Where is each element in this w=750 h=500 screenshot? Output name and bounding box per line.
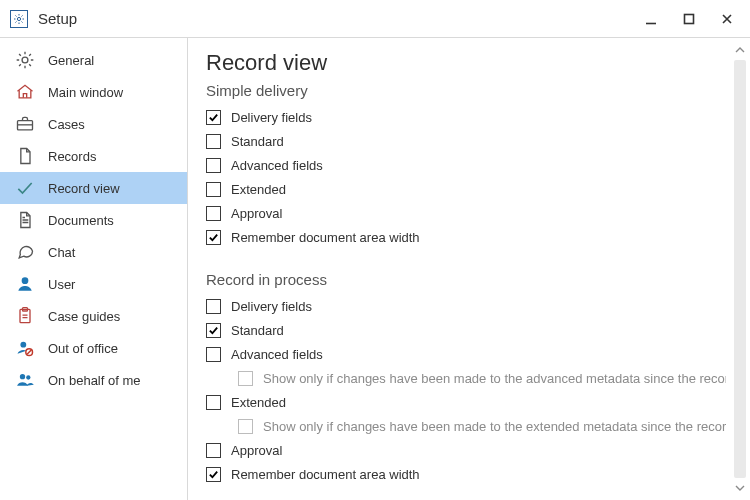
window-title: Setup [38,10,77,27]
close-button[interactable] [708,3,746,35]
checkbox[interactable] [206,467,221,482]
sidebar-item-chat[interactable]: Chat [0,236,187,268]
checkbox[interactable] [206,182,221,197]
option-label: Delivery fields [231,299,312,314]
sidebar-item-label: Chat [48,245,177,260]
sidebar-item-label: Documents [48,213,177,228]
checkbox[interactable] [206,347,221,362]
checkbox[interactable] [206,206,221,221]
svg-point-10 [26,375,30,379]
check-document-icon [14,177,36,199]
svg-point-7 [20,342,26,348]
vertical-scrollbar[interactable] [732,42,748,496]
option-label: Extended [231,182,286,197]
checkbox[interactable] [206,395,221,410]
sidebar-item-record-view[interactable]: Record view [0,172,187,204]
checkbox[interactable] [206,443,221,458]
sidebar-item-label: General [48,53,177,68]
gear-icon [14,49,36,71]
option-label: Approval [231,443,282,458]
checkbox[interactable] [206,158,221,173]
option-standard[interactable]: Standard [206,318,726,342]
option-extended[interactable]: Extended [206,177,726,201]
option-label: Delivery fields [231,110,312,125]
option-advanced-fields[interactable]: Advanced fields [206,153,726,177]
checkbox[interactable] [206,230,221,245]
sidebar-item-out-of-office[interactable]: Out of office [0,332,187,364]
sidebar-item-general[interactable]: General [0,44,187,76]
sidebar-item-label: Records [48,149,177,164]
window-controls [632,3,746,35]
setup-sidebar: General Main window Cases Records Record [0,38,188,500]
home-icon [14,81,36,103]
clipboard-icon [14,305,36,327]
option-label: Approval [231,206,282,221]
checkbox[interactable] [206,110,221,125]
sidebar-item-user[interactable]: User [0,268,187,300]
option-label: Remember document area width [231,467,420,482]
option-label: Extended [231,395,286,410]
checkbox[interactable] [206,299,221,314]
minimize-button[interactable] [632,3,670,35]
sidebar-item-label: On behalf of me [48,373,177,388]
svg-point-9 [20,374,25,379]
svg-point-0 [17,17,20,20]
checkbox[interactable] [206,323,221,338]
maximize-button[interactable] [670,3,708,35]
option-approval[interactable]: Approval [206,438,726,462]
sidebar-item-records[interactable]: Records [0,140,187,172]
option-label: Advanced fields [231,347,323,362]
sidebar-item-label: User [48,277,177,292]
user-block-icon [14,337,36,359]
scroll-up-arrow-icon[interactable] [732,42,748,58]
option-label: Remember document area width [231,230,420,245]
app-gear-icon [10,10,28,28]
sidebar-item-on-behalf-of-me[interactable]: On behalf of me [0,364,187,396]
briefcase-icon [14,113,36,135]
sidebar-item-cases[interactable]: Cases [0,108,187,140]
document-text-icon [14,209,36,231]
option-remember-width[interactable]: Remember document area width [206,225,726,249]
option-label: Standard [231,134,284,149]
subsection-simple-delivery: Simple delivery [206,82,726,99]
checkbox-disabled [238,419,253,434]
titlebar: Setup [0,0,750,38]
option-advanced-fields-sub: Show only if changes have been made to t… [238,366,726,390]
users-icon [14,369,36,391]
option-extended-sub: Show only if changes have been made to t… [238,414,726,438]
option-delivery-fields[interactable]: Delivery fields [206,105,726,129]
option-label: Advanced fields [231,158,323,173]
sidebar-item-label: Record view [48,181,177,196]
sidebar-item-case-guides[interactable]: Case guides [0,300,187,332]
option-label: Show only if changes have been made to t… [263,371,726,386]
svg-point-4 [22,277,29,284]
checkbox[interactable] [206,134,221,149]
scroll-down-arrow-icon[interactable] [732,480,748,496]
option-extended[interactable]: Extended [206,390,726,414]
sidebar-item-label: Main window [48,85,177,100]
scrollbar-track[interactable] [734,60,746,478]
svg-point-2 [22,57,28,63]
sidebar-item-label: Cases [48,117,177,132]
option-approval[interactable]: Approval [206,201,726,225]
sidebar-item-documents[interactable]: Documents [0,204,187,236]
option-standard[interactable]: Standard [206,129,726,153]
option-remember-width[interactable]: Remember document area width [206,462,726,486]
option-delivery-fields[interactable]: Delivery fields [206,294,726,318]
sidebar-item-label: Out of office [48,341,177,356]
option-advanced-fields[interactable]: Advanced fields [206,342,726,366]
document-icon [14,145,36,167]
option-label: Standard [231,323,284,338]
user-icon [14,273,36,295]
checkbox-disabled [238,371,253,386]
subsection-record-in-process: Record in process [206,271,726,288]
sidebar-item-label: Case guides [48,309,177,324]
svg-rect-1 [685,14,694,23]
option-label: Show only if changes have been made to t… [263,419,726,434]
page-title: Record view [206,50,726,76]
sidebar-item-main-window[interactable]: Main window [0,76,187,108]
chat-icon [14,241,36,263]
settings-page: Record view Simple delivery Delivery fie… [188,38,750,500]
